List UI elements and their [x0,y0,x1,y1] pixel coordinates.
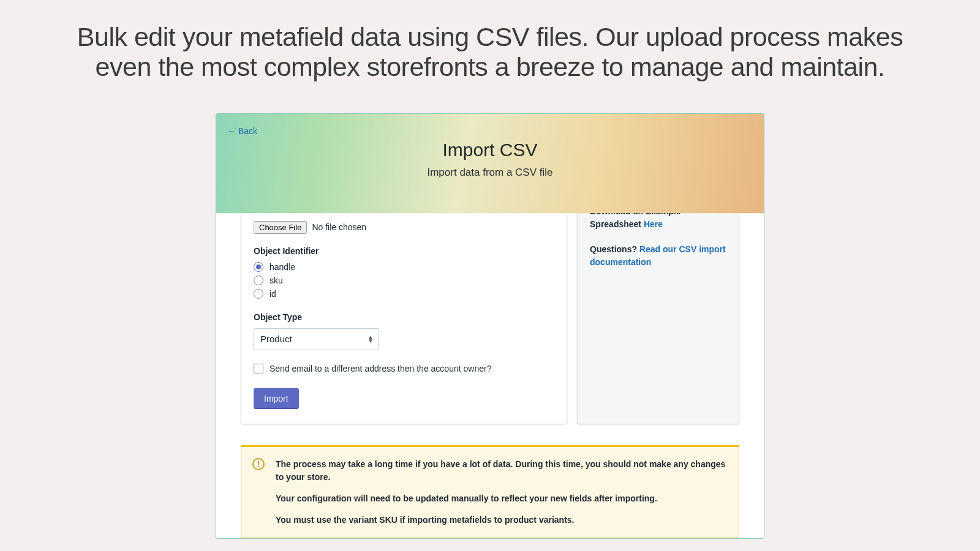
radio-handle[interactable]: handle [254,262,554,272]
import-button[interactable]: Import [254,388,299,409]
object-identifier-label: Object Identifier [254,246,554,256]
email-checkbox[interactable]: Send email to a different address then t… [254,364,554,373]
hero-headline: Bulk edit your metafield data using CSV … [49,22,931,83]
content-row: CSV File Choose File No file chosen Obje… [216,191,764,445]
svg-rect-2 [258,466,259,467]
hero-section: Bulk edit your metafield data using CSV … [0,0,980,95]
file-status-text: No file chosen [312,222,366,232]
back-link[interactable]: ← Back [227,126,257,136]
object-type-select[interactable]: Product ▲▼ [254,328,379,350]
warning-line-2: Your configuration will need to be updat… [276,492,726,505]
warning-line-1: The process may take a long time if you … [276,458,726,484]
radio-icon [254,289,263,299]
radio-label: handle [270,262,295,272]
radio-icon [254,276,263,285]
panel-subtitle: Import data from a CSV file [216,167,764,179]
choose-file-button[interactable]: Choose File [254,221,307,234]
chevron-updown-icon: ▲▼ [368,335,374,343]
questions-label: Questions? [590,244,639,254]
object-identifier-group: handle sku id [254,262,554,299]
radio-sku[interactable]: sku [254,276,554,285]
warning-icon [252,458,265,470]
panel-title: Import CSV [216,140,764,160]
checkbox-label: Send email to a different address then t… [270,364,491,373]
checkbox-icon [254,364,263,373]
radio-label: id [270,289,276,299]
panel-header: ← Back Import CSV Import data from a CSV… [216,114,764,213]
warning-banner: The process may take a long time if you … [241,445,739,538]
svg-rect-1 [258,461,259,465]
object-type-label: Object Type [254,312,554,322]
radio-label: sku [270,276,283,285]
import-panel: ← Back Import CSV Import data from a CSV… [216,113,764,539]
download-here-link[interactable]: Here [644,219,663,229]
radio-icon [254,262,263,272]
sidebar-card: Download an Example Spreadsheet Here Que… [577,191,739,424]
warning-line-3: You must use the variant SKU if importin… [276,514,726,527]
form-card: CSV File Choose File No file chosen Obje… [241,191,567,424]
select-value: Product [260,334,292,344]
radio-id[interactable]: id [254,289,554,299]
file-input-row: Choose File No file chosen [254,221,554,234]
questions-line: Questions? Read our CSV import documenta… [590,243,726,269]
